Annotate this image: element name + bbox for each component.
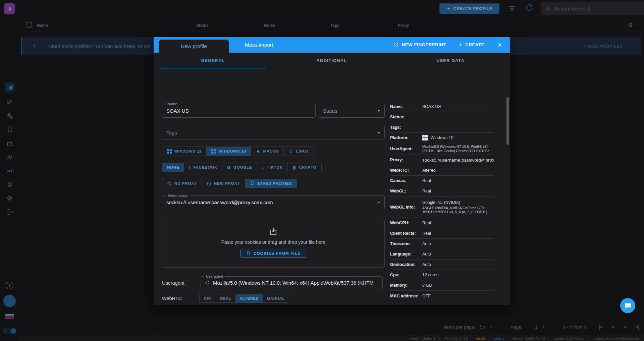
platform-none-button[interactable]: NONE (162, 163, 184, 172)
close-icon (497, 42, 502, 48)
summary-row-name: Name: SOAX US (390, 102, 494, 112)
summary-row-webgpu: WebGPU: Real (390, 218, 494, 228)
os-button-group: WINDOWS 11 WINDOWS 10 MACOS LINUX (162, 147, 314, 156)
new-fingerprint-button[interactable]: NEW FINGERPRINT (394, 42, 446, 47)
google-icon: G (227, 165, 231, 170)
plus-icon: + (459, 42, 462, 48)
saved-proxies-button[interactable]: SAVED PROXIES (245, 179, 297, 188)
support-chat-button[interactable] (620, 298, 635, 313)
refresh-icon (394, 42, 399, 47)
name-input[interactable] (162, 104, 315, 117)
tab-mass-import[interactable]: Mass import (245, 42, 273, 48)
section-tabs: GENERAL ADDITIONAL USER DATA (154, 53, 510, 68)
modal-scrollbar[interactable] (506, 97, 509, 145)
summary-row-timezone: Timezone: Auto (390, 239, 494, 249)
summary-row-language: Language: Auto (390, 249, 494, 260)
useragent-field: Useragent Mozilla/5.0 (Windows NT 10.0; … (201, 276, 383, 289)
summary-row-geolocation: Geolocation: Auto (390, 260, 494, 270)
summary-row-status: Status: (390, 112, 494, 122)
platform-facebook-button[interactable]: f FACEBOOK (184, 163, 222, 172)
name-field: Name (162, 104, 316, 118)
webrtc-manual-button[interactable]: MANUAL (263, 294, 289, 303)
platform-button-group: NONE f FACEBOOK G GOOGLE ♪ TIKTOK ₿ CRYP… (162, 163, 322, 172)
chevron-down-icon: ▼ (377, 109, 380, 113)
windows-icon (211, 149, 216, 154)
proxy-mode-button-group: NO PROXY NEW PROXY SAVED PROXIES (162, 179, 297, 188)
windows-icon (422, 135, 428, 140)
cookies-hint-text: Paste your cookies or drag and drop your… (221, 239, 326, 245)
summary-row-webgl: WebGL: Real (390, 186, 494, 196)
tab-new-profile[interactable]: New profile (159, 40, 229, 53)
refresh-useragent-icon[interactable] (205, 280, 210, 285)
tags-select[interactable]: Tags ▼ (162, 126, 385, 139)
no-proxy-button[interactable]: NO PROXY (162, 179, 202, 188)
platform-tiktok-button[interactable]: ♪ TIKTOK (257, 163, 287, 172)
fingerprint-summary: Name: SOAX US Status: Tags: Platform: Wi… (390, 102, 494, 301)
select-proxy-dropdown[interactable]: Select proxy socks5:// username:password… (162, 195, 385, 209)
download-icon (269, 227, 278, 236)
bitcoin-icon: ₿ (292, 165, 296, 170)
linux-tux-icon (288, 149, 293, 154)
bookmark-icon (250, 181, 255, 186)
summary-row-canvas: Canvas: Real (390, 176, 494, 186)
chevron-down-icon: ▼ (377, 131, 380, 134)
status-select[interactable]: Status ▼ (319, 104, 385, 118)
select-proxy-value: socks5:// username:password@proxy.soax.c… (166, 196, 374, 209)
create-button[interactable]: + CREATE (459, 42, 484, 48)
cookies-from-file-button[interactable]: COOKIES FROM FILE (240, 249, 306, 258)
tab-user-data[interactable]: USER DATA (391, 53, 510, 68)
summary-row-tags: Tags: (390, 122, 494, 133)
new-profile-dialog: New profile Mass import NEW FINGERPRINT … (154, 37, 510, 305)
summary-row-platform: Platform: Windows 10 (390, 133, 494, 143)
summary-row-proxy: Proxy: socks5://username:password@prox (390, 155, 494, 165)
summary-row-memory: Memory: 8 GB (390, 280, 494, 291)
app-window: API $ ☾ + CREATE PROFILE (0, 0, 644, 341)
summary-row-client-rects: Client Rects: Real (390, 228, 494, 239)
useragent-row-label: Useragent (162, 280, 184, 286)
cookies-drop-zone[interactable]: Paste your cookies or drag and drop your… (162, 219, 385, 268)
os-macos-button[interactable]: MACOS (251, 147, 284, 156)
tags-placeholder: Tags (166, 126, 374, 139)
webrtc-altered-button[interactable]: ALTERED (235, 294, 263, 303)
apple-icon (256, 149, 261, 154)
no-proxy-icon (167, 181, 172, 186)
os-linux-button[interactable]: LINUX (283, 147, 314, 156)
file-icon (246, 251, 251, 255)
useragent-value[interactable]: Mozilla/5.0 (Windows NT 10.0; Win64; x64… (213, 280, 374, 286)
windows-icon (167, 149, 172, 154)
summary-row-webgl-info: WebGL Info: Google Inc. (NVIDIA) ANGLE (… (390, 196, 494, 218)
chat-icon (624, 302, 632, 309)
tiktok-note-icon: ♪ (262, 165, 264, 170)
os-windows-10-button[interactable]: WINDOWS 10 (206, 147, 251, 156)
platform-google-button[interactable]: G GOOGLE (222, 163, 257, 172)
summary-row-mac-address: MAC address: OFF (390, 291, 494, 301)
os-windows-11-button[interactable]: WINDOWS 11 (162, 147, 206, 156)
dialog-header: New profile Mass import NEW FINGERPRINT … (154, 37, 510, 53)
webrtc-off-button[interactable]: OFF (199, 294, 216, 303)
webrtc-row-label: WebRTC (162, 296, 182, 301)
summary-row-webrtc: WebRTC: Altered (390, 165, 494, 176)
status-placeholder: Status (323, 104, 374, 117)
tab-general[interactable]: GENERAL (154, 53, 272, 68)
chevron-down-icon: ▼ (377, 201, 380, 204)
edit-icon (207, 181, 211, 186)
summary-row-useragent: UserAgent: Mozilla/5.0 (Windows NT 10.0;… (390, 143, 494, 155)
tab-additional[interactable]: ADDITIONAL (272, 53, 391, 68)
platform-crypto-button[interactable]: ₿ CRYPTO (287, 163, 322, 172)
webrtc-button-group: OFF REAL ALTERED MANUAL (199, 294, 289, 303)
facebook-icon: f (189, 165, 191, 170)
new-proxy-button[interactable]: NEW PROXY (202, 179, 245, 188)
webrtc-real-button[interactable]: REAL (216, 294, 235, 303)
summary-row-cpu: Cpu: 12 cores (390, 270, 494, 280)
close-button[interactable] (497, 42, 502, 48)
